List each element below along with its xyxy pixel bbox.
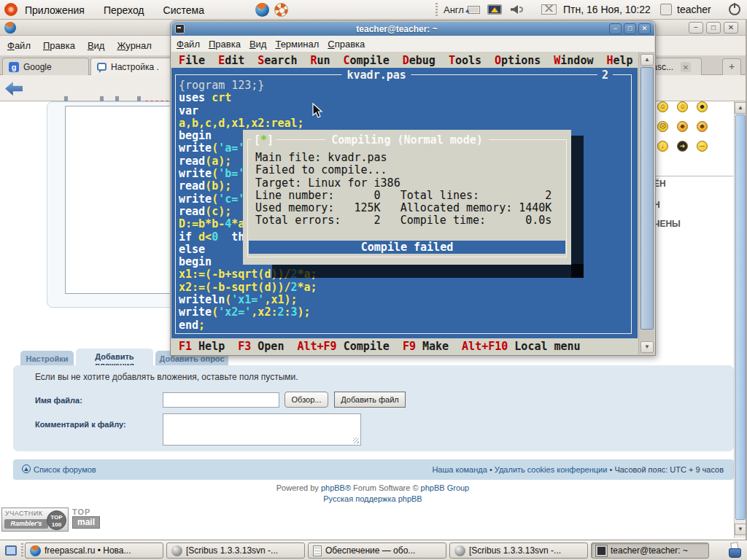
menu-accel: П bbox=[43, 40, 50, 51]
scroll-up-icon[interactable]: ▲ bbox=[640, 54, 654, 66]
dizzy-smiley-icon[interactable]: ☺ bbox=[657, 101, 668, 112]
firefox-close-button[interactable]: ✕ bbox=[724, 22, 738, 34]
terminal-window: teacher@teacher: ~ − □ ✕ ФайлПравкаВидТе… bbox=[170, 20, 656, 356]
terminal-maximize-button[interactable]: □ bbox=[624, 23, 636, 34]
scrollbar-thumb[interactable] bbox=[735, 114, 746, 520]
ubuntu-logo-icon[interactable] bbox=[4, 3, 18, 16]
scroll-up-icon[interactable]: ▲ bbox=[735, 102, 746, 114]
terminal-menu-item[interactable]: Справка bbox=[328, 39, 365, 50]
scroll-down-icon[interactable]: ▼ bbox=[735, 524, 746, 535]
forum-home-icon bbox=[22, 464, 31, 473]
back-button[interactable] bbox=[5, 82, 23, 96]
tab-google[interactable]: g Google bbox=[2, 58, 89, 75]
firefox-minimize-button[interactable]: − bbox=[689, 22, 703, 34]
terminal-menu-item[interactable]: Файл bbox=[177, 39, 200, 50]
trash-icon[interactable] bbox=[727, 542, 744, 559]
file-comment-textarea[interactable] bbox=[163, 413, 361, 446]
power-icon[interactable] bbox=[729, 4, 740, 15]
panel-menu-item[interactable]: Переход bbox=[104, 4, 144, 16]
ide-menu-debug[interactable]: Debug bbox=[403, 54, 436, 67]
scroll-down-icon[interactable]: ▼ bbox=[640, 341, 654, 353]
new-tab-button[interactable]: + bbox=[722, 58, 741, 75]
terminal-menu-item[interactable]: Правка bbox=[209, 39, 241, 50]
ide-menu-options[interactable]: Options bbox=[495, 54, 541, 67]
taskbar-button[interactable]: teacher@teacher: ~ bbox=[591, 542, 709, 559]
compile-failed-button[interactable]: Compile failed bbox=[249, 241, 565, 254]
volume-icon[interactable] bbox=[511, 5, 518, 14]
firefox-menu-item[interactable]: Файл bbox=[7, 40, 31, 51]
taskbar-button[interactable]: Обеспечение — обо... bbox=[308, 542, 446, 559]
firefox-menu-item[interactable]: Журнал bbox=[117, 40, 151, 51]
firefox-menu-item[interactable]: Правка bbox=[43, 40, 75, 51]
tab-close-icon[interactable]: ✕ bbox=[681, 62, 691, 72]
help-launcher-icon[interactable] bbox=[274, 3, 288, 17]
firefox-launcher-icon[interactable] bbox=[255, 3, 269, 17]
ide-menu-window[interactable]: Window bbox=[554, 54, 593, 67]
devil2-smiley-icon[interactable]: ☻ bbox=[697, 121, 708, 132]
mail-icon[interactable] bbox=[541, 4, 557, 15]
terminal-close-button[interactable]: ✕ bbox=[638, 23, 651, 34]
ide-menu-search[interactable]: Search bbox=[258, 54, 297, 67]
add-file-button[interactable]: Добавить файл bbox=[334, 392, 406, 408]
keyboard-icon[interactable] bbox=[468, 6, 480, 14]
phpbb-group-link[interactable]: phpBB Group bbox=[421, 483, 470, 492]
footer-link[interactable]: Удалить cookies конференции bbox=[495, 465, 608, 474]
clock-applet[interactable]: Птн, 16 Ноя, 10:22 bbox=[563, 4, 651, 15]
terminal-menu-item[interactable]: Вид bbox=[249, 39, 267, 50]
top-mail-badge[interactable]: TOP mail bbox=[72, 508, 103, 532]
ide-menu-file[interactable]: File bbox=[179, 54, 205, 67]
scrollbar-thumb[interactable] bbox=[640, 67, 654, 330]
status-help[interactable]: F1 Help bbox=[179, 340, 225, 353]
firefox-menu-item[interactable]: Вид bbox=[88, 40, 105, 51]
smile-smiley-icon[interactable]: ☺ bbox=[677, 101, 688, 112]
menu-accel: Т bbox=[275, 39, 280, 50]
phpbb-link[interactable]: phpBB® bbox=[321, 483, 351, 492]
keyboard-layout-indicator[interactable]: Англ bbox=[444, 4, 464, 15]
ide-menu-compile[interactable]: Compile bbox=[344, 54, 390, 67]
ide-menu-edit[interactable]: Edit bbox=[218, 54, 244, 67]
dialog-text-line: Target: Linux for i386 bbox=[255, 177, 551, 190]
browser-scrollbar[interactable]: ▲ ▼ bbox=[734, 101, 746, 538]
panel-menu-item[interactable]: Система bbox=[163, 4, 204, 16]
terminal-titlebar[interactable]: teacher@teacher: ~ − □ ✕ bbox=[171, 22, 654, 36]
user-menu[interactable]: teacher bbox=[677, 4, 711, 15]
firefox-maximize-button[interactable]: □ bbox=[706, 22, 721, 34]
tab-add-attachment[interactable]: Добавить вложения bbox=[76, 349, 153, 365]
show-desktop-button[interactable] bbox=[2, 542, 20, 559]
ide-menu-run[interactable]: Run bbox=[310, 54, 330, 67]
ide-menu-help[interactable]: Help bbox=[606, 54, 632, 67]
cool-smiley-icon[interactable]: ☻ bbox=[697, 101, 708, 112]
trash-bin bbox=[729, 548, 741, 558]
rambler-top100-badge[interactable]: УЧАСТНИК Rambler's TOP100 bbox=[1, 508, 69, 532]
user-status-icon[interactable] bbox=[660, 4, 672, 15]
status-compile[interactable]: Alt+F9 Compile bbox=[297, 340, 389, 353]
forum-index-link[interactable]: Список форумов bbox=[34, 465, 96, 474]
resize-grip[interactable] bbox=[353, 438, 359, 443]
idea-smiley-icon[interactable]: ↓ bbox=[657, 141, 668, 152]
taskbar-button[interactable]: [Scribus 1.3.3.13svn -... bbox=[449, 542, 588, 559]
arrow-smiley-icon[interactable]: ➜ bbox=[677, 141, 688, 152]
status-make[interactable]: F9 Make bbox=[403, 340, 449, 353]
filename-input[interactable] bbox=[163, 392, 279, 408]
taskbar-button[interactable]: freepascal.ru • Нова... bbox=[25, 542, 163, 559]
status-open[interactable]: F3 Open bbox=[238, 340, 284, 353]
browse-button[interactable]: Обзор... bbox=[285, 392, 328, 408]
footer-link[interactable]: Наша команда bbox=[432, 465, 487, 474]
status-local-menu[interactable]: Alt+F10 Local menu bbox=[462, 340, 581, 353]
dialog-body: Main file: kvadr.pasFailed to compile...… bbox=[255, 152, 551, 228]
ide-menu-tools[interactable]: Tools bbox=[449, 54, 481, 67]
terminal-minimize-button[interactable]: − bbox=[609, 23, 622, 34]
display-icon[interactable] bbox=[487, 4, 502, 15]
tab-options[interactable]: Настройки bbox=[20, 351, 74, 365]
sad-smiley-icon[interactable]: ☹ bbox=[657, 121, 668, 132]
taskbar-button[interactable]: [Scribus 1.3.3.13svn -... bbox=[166, 542, 305, 559]
terminal-menu-item[interactable]: Терминал bbox=[275, 39, 319, 50]
neutral-smiley-icon[interactable]: ─ bbox=[697, 141, 708, 152]
terminal-scrollbar[interactable]: ▲ ▼ bbox=[638, 52, 654, 354]
devil-smiley-icon[interactable]: ☻ bbox=[677, 121, 688, 132]
russian-support-link[interactable]: Русская поддержка phpBB bbox=[323, 494, 422, 503]
dialog-text-line: Total errors: 2 Compile time: 0.0s bbox=[255, 214, 551, 227]
ide-editor[interactable]: kvadr.pas 2 {rogram 123;}uses crtvara,b,… bbox=[171, 68, 638, 338]
badge-text: mail bbox=[72, 516, 100, 529]
panel-menu-item[interactable]: Приложения bbox=[25, 4, 85, 16]
